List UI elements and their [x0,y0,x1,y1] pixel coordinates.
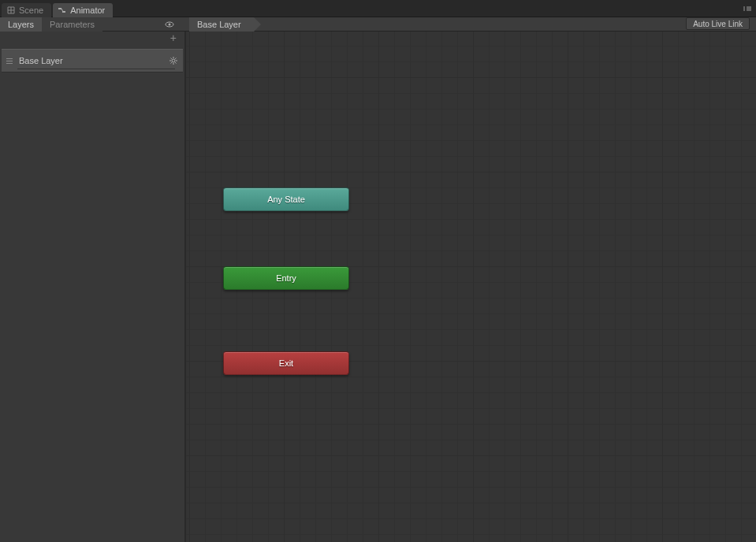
state-exit-label: Exit [279,358,293,368]
sub-tab-layers[interactable]: Layers [0,17,42,32]
breadcrumb-root[interactable]: Base Layer [189,17,254,32]
auto-live-link-toggle[interactable]: Auto Live Link [686,17,750,30]
layer-underline [17,69,175,69]
breadcrumb-root-label: Base Layer [197,20,241,29]
sub-tab-parameters[interactable]: Parameters [42,17,102,32]
state-entry-label: Entry [276,273,296,283]
window-tab-bar: Scene Animator [0,0,756,17]
add-layer-row: + [0,32,184,44]
layer-name-label: Base Layer [19,56,169,65]
svg-point-4 [172,59,175,62]
sidebar-tabs: Layers Parameters [0,17,184,31]
tab-animator[interactable]: Animator [53,3,113,17]
svg-rect-0 [58,8,61,9]
sub-tab-parameters-label: Parameters [50,20,95,29]
visibility-icon[interactable] [164,19,175,30]
drag-handle-icon[interactable] [6,58,14,64]
state-exit[interactable]: Exit [223,351,349,375]
sub-toolbar: Layers Parameters Base Layer Auto Live L… [0,17,756,32]
layer-item[interactable]: Base Layer [2,49,183,72]
svg-point-3 [169,24,171,26]
state-any-state[interactable]: Any State [223,187,349,211]
auto-live-link-label: Auto Live Link [693,20,743,28]
state-machine-graph[interactable]: Any State Entry Exit [186,32,756,542]
state-any-state-label: Any State [267,195,305,204]
tab-animator-label: Animator [70,6,105,15]
add-layer-icon[interactable]: + [170,33,177,43]
sub-tab-layers-label: Layers [8,20,34,29]
gear-icon[interactable] [169,56,178,65]
animator-icon [58,6,67,15]
state-entry[interactable]: Entry [223,266,349,290]
tab-menu-icon[interactable] [742,5,753,13]
tab-scene-label: Scene [19,6,43,15]
breadcrumb-area: Base Layer [189,17,693,32]
scene-icon [6,6,16,15]
tab-scene[interactable]: Scene [2,3,51,17]
layers-sidebar: Base Layer [0,44,184,542]
